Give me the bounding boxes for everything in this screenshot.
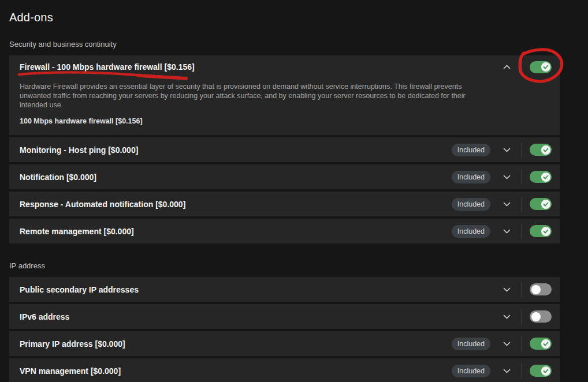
addon-row-monitoring[interactable]: Monitoring - Host ping [$0.000] Included xyxy=(9,137,560,162)
ipv6-toggle[interactable] xyxy=(530,310,552,323)
divider xyxy=(522,309,522,324)
check-icon xyxy=(543,148,549,152)
addon-title: VPN management [$0.000] xyxy=(20,366,121,376)
firewall-details: Hardware Firewall provides an essential … xyxy=(9,82,560,135)
toggle-knob xyxy=(541,227,550,236)
included-badge: Included xyxy=(452,338,490,350)
toggle-knob xyxy=(531,312,541,321)
chevron-down-icon[interactable] xyxy=(498,196,515,212)
toggle-knob xyxy=(541,62,550,72)
check-icon xyxy=(543,175,549,179)
toggle-knob xyxy=(531,285,541,294)
check-icon xyxy=(543,342,549,346)
addon-row-response[interactable]: Response - Automated notification [$0.00… xyxy=(9,192,560,216)
addon-title: Notification [$0.000] xyxy=(20,173,96,182)
addon-title: Monitoring - Host ping [$0.000] xyxy=(20,145,138,155)
addon-title: Response - Automated notification [$0.00… xyxy=(20,200,185,209)
addon-row-firewall[interactable]: Firewall - 100 Mbps hardware firewall [$… xyxy=(9,55,560,78)
divider xyxy=(522,224,522,239)
check-icon xyxy=(543,229,549,234)
check-icon xyxy=(543,369,549,373)
included-badge: Included xyxy=(452,225,490,238)
firewall-toggle[interactable] xyxy=(530,61,552,73)
chevron-down-icon[interactable] xyxy=(498,169,515,185)
toggle-knob xyxy=(541,366,550,376)
chevron-down-icon[interactable] xyxy=(498,282,515,298)
addon-row-vpn-management[interactable]: VPN management [$0.000] Included xyxy=(9,358,560,382)
addons-page: Add-ons Security and business continuity… xyxy=(0,0,560,382)
included-badge: Included xyxy=(452,171,490,183)
addon-title: Remote management [$0.000] xyxy=(20,227,134,236)
notification-toggle[interactable] xyxy=(530,171,552,183)
divider xyxy=(522,282,522,297)
addon-row-notification[interactable]: Notification [$0.000] Included xyxy=(9,164,560,189)
chevron-down-icon[interactable] xyxy=(498,309,515,325)
section-label-ip-address: IP address xyxy=(9,261,560,270)
addon-panel-firewall: Firewall - 100 Mbps hardware firewall [$… xyxy=(9,55,560,135)
toggle-knob xyxy=(541,200,550,209)
addon-title: Firewall - 100 Mbps hardware firewall [$… xyxy=(20,62,195,72)
firewall-option: 100 Mbps hardware firewall [$0.156] xyxy=(20,117,549,125)
chevron-down-icon[interactable] xyxy=(498,223,515,239)
toggle-knob xyxy=(541,339,550,349)
divider xyxy=(522,336,522,351)
toggle-knob xyxy=(541,145,550,155)
included-badge: Included xyxy=(452,365,490,377)
chevron-down-icon[interactable] xyxy=(498,363,515,379)
chevron-down-icon[interactable] xyxy=(498,336,515,352)
check-icon xyxy=(543,202,549,207)
vpn-management-toggle[interactable] xyxy=(530,365,552,377)
public-secondary-ip-toggle[interactable] xyxy=(530,283,552,295)
remote-management-toggle[interactable] xyxy=(530,225,552,237)
addon-row-remote-management[interactable]: Remote management [$0.000] Included xyxy=(9,219,560,244)
section-label-security: Security and business continuity xyxy=(9,40,560,48)
divider xyxy=(522,364,522,379)
divider xyxy=(522,143,522,158)
chevron-down-icon[interactable] xyxy=(498,142,515,158)
red-underline-annotation xyxy=(17,70,191,81)
addon-row-ipv6[interactable]: IPv6 address xyxy=(9,304,560,329)
chevron-up-icon[interactable] xyxy=(498,59,515,75)
page-title: Add-ons xyxy=(9,11,560,24)
toggle-knob xyxy=(541,173,550,182)
check-icon xyxy=(543,65,549,69)
divider xyxy=(522,170,522,185)
divider xyxy=(522,197,522,212)
included-badge: Included xyxy=(452,198,490,211)
addon-row-primary-ip[interactable]: Primary IP address [$0.000] Included xyxy=(9,331,560,356)
primary-ip-toggle[interactable] xyxy=(530,338,552,350)
included-badge: Included xyxy=(452,144,490,156)
divider xyxy=(522,59,522,74)
response-toggle[interactable] xyxy=(530,198,552,210)
firewall-description: Hardware Firewall provides an essential … xyxy=(20,82,482,110)
addon-title: Primary IP address [$0.000] xyxy=(20,339,125,349)
monitoring-toggle[interactable] xyxy=(530,144,552,156)
addon-title: IPv6 address xyxy=(20,312,69,321)
addon-title: Public secondary IP addresses xyxy=(20,285,139,294)
addon-row-public-secondary-ip[interactable]: Public secondary IP addresses xyxy=(9,277,560,302)
